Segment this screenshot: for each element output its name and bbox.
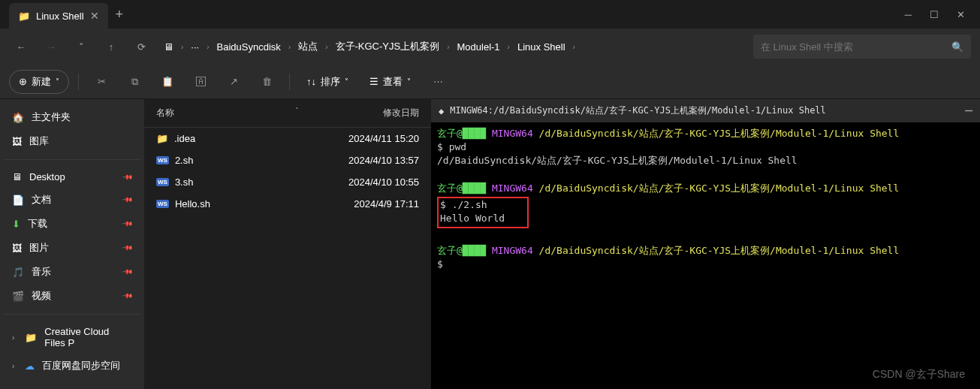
term-host: MINGW64 [492, 182, 533, 194]
titlebar: 📁 Linux Shell ✕ + ─ ☐ ✕ [0, 0, 980, 29]
terminal-title: ◆ MINGW64:/d/BaiduSyncdisk/站点/玄子-KGC-YJS… [431, 99, 980, 122]
share-button[interactable]: ↗ [220, 68, 247, 95]
forward-button[interactable]: → [39, 35, 63, 59]
file-name: .idea [174, 133, 195, 144]
copy-button[interactable]: ⧉ [121, 68, 148, 95]
chevron-right-icon: › [325, 43, 327, 51]
view-icon: ☰ [369, 76, 378, 87]
window-tab[interactable]: 📁 Linux Shell ✕ [9, 3, 108, 29]
file-row[interactable]: WS2.sh 2024/4/10 13:57 [144, 149, 431, 171]
file-name: 3.sh [175, 176, 194, 188]
file-header: 名称 ˄ 修改日期 [144, 99, 431, 128]
sidebar-item-downloads[interactable]: ⬇ 下载 [3, 212, 141, 236]
chevron-down-icon: ˅ [345, 77, 348, 86]
term-host: MINGW64 [492, 245, 533, 256]
sidebar-item-label: 视频 [32, 289, 51, 303]
rename-button[interactable]: 🄰 [187, 68, 214, 95]
file-row[interactable]: WSHello.sh 2024/4/9 17:11 [144, 193, 431, 215]
sidebar-item-videos[interactable]: 🎬 视频 [3, 284, 141, 308]
main: 🏠 主文件夹 🖼 图库 🖥 Desktop 📄 文档 ⬇ 下载 🖼 图片 🎵 音… [0, 99, 980, 389]
crumb-item[interactable]: 站点 [294, 37, 322, 56]
window-controls: ─ ☐ ✕ [905, 9, 974, 20]
sidebar-item-label: 百度网盘同步空间 [42, 359, 120, 372]
ws-icon: WS [156, 178, 169, 186]
sidebar-item-home[interactable]: 🏠 主文件夹 [3, 105, 141, 129]
sidebar-item-label: 主文件夹 [32, 110, 71, 124]
paste-button[interactable]: 📋 [154, 68, 181, 95]
folder-icon: 📁 [18, 11, 30, 22]
chevron-right-icon: › [508, 43, 510, 51]
crumb-ellipsis[interactable]: ··· [186, 38, 204, 56]
column-name[interactable]: 名称 [156, 107, 295, 119]
up-dir-button[interactable]: ↑ [99, 35, 123, 59]
sidebar-item-creative[interactable]: › 📁 Creative Cloud Files P [3, 321, 141, 354]
sidebar-item-label: 图片 [29, 241, 49, 255]
new-button[interactable]: ⊕ 新建 ˅ [9, 70, 69, 94]
pictures-icon: 🖼 [12, 243, 22, 254]
toolbar: ← → ˅ ↑ ⟳ 🖥 › ··· › BaiduSyncdisk › 站点 ›… [0, 29, 980, 65]
view-button[interactable]: ☰ 查看 ˅ [362, 71, 418, 93]
sort-label: 排序 [321, 75, 340, 89]
term-path: /d/BaiduSyncdisk/站点/玄子-KGC-YJS上机案例/Modul… [539, 182, 900, 194]
sidebar-item-label: Creative Cloud Files P [44, 326, 132, 348]
sidebar-item-label: 音乐 [32, 265, 51, 279]
chevron-right-icon: › [573, 43, 575, 51]
highlighted-output: $ ./2.sh Hello World [437, 197, 529, 228]
chevron-right-icon: › [207, 43, 209, 51]
delete-button[interactable]: 🗑 [253, 68, 280, 95]
breadcrumb: 🖥 › ··· › BaiduSyncdisk › 站点 › 玄子-KGC-YJ… [159, 37, 575, 56]
term-user: 玄子@ [437, 182, 463, 194]
sidebar-item-desktop[interactable]: 🖥 Desktop [3, 166, 141, 188]
sidebar-item-label: 下载 [28, 217, 47, 231]
search-box[interactable]: 🔍 [753, 35, 971, 59]
more-button[interactable]: ⋯ [424, 68, 451, 95]
column-date[interactable]: 修改日期 [329, 107, 419, 119]
term-path: /d/BaiduSyncdisk/站点/玄子-KGC-YJS上机案例/Modul… [539, 245, 900, 256]
sidebar-item-label: 文档 [32, 193, 51, 207]
download-icon: ⬇ [12, 219, 20, 230]
monitor-icon[interactable]: 🖥 [159, 38, 178, 56]
chevron-right-icon: › [181, 43, 183, 51]
crumb-item[interactable]: 玄子-KGC-YJS上机案例 [331, 37, 445, 56]
search-icon[interactable]: 🔍 [951, 41, 963, 53]
chevron-right-icon: › [12, 362, 14, 370]
file-row[interactable]: WS3.sh 2024/4/10 10:55 [144, 171, 431, 193]
sidebar: 🏠 主文件夹 🖼 图库 🖥 Desktop 📄 文档 ⬇ 下载 🖼 图片 🎵 音… [0, 99, 144, 389]
music-icon: 🎵 [12, 267, 24, 278]
minimize-button[interactable]: ─ [905, 9, 912, 20]
view-label: 查看 [383, 75, 403, 89]
crumb-item[interactable]: Modulel-1 [453, 38, 505, 56]
sidebar-item-music[interactable]: 🎵 音乐 [3, 260, 141, 284]
crumb-item[interactable]: Linux Shell [513, 38, 570, 56]
add-tab-button[interactable]: + [116, 7, 124, 23]
cut-button[interactable]: ✂ [88, 68, 115, 95]
sidebar-item-label: Desktop [29, 171, 65, 182]
up-button[interactable]: ˅ [69, 35, 93, 59]
term-user: 玄子@ [437, 245, 463, 256]
file-date: 2024/4/10 10:55 [329, 176, 419, 188]
sort-button[interactable]: ↑↓ 排序 ˅ [299, 71, 356, 93]
maximize-button[interactable]: ☐ [930, 9, 939, 20]
term-cmd: $ ./2.sh [440, 199, 487, 210]
mingw-icon: ◆ [439, 106, 444, 116]
chevron-down-icon: ˅ [407, 77, 411, 86]
folder-icon: 📁 [156, 133, 168, 144]
close-button[interactable]: ✕ [957, 9, 965, 20]
close-icon[interactable]: ✕ [90, 10, 99, 22]
back-button[interactable]: ← [9, 35, 33, 59]
term-out: Hello World [440, 213, 505, 224]
ws-icon: WS [156, 200, 169, 208]
file-row[interactable]: 📁.idea 2024/4/11 15:20 [144, 128, 431, 149]
refresh-button[interactable]: ⟳ [129, 35, 153, 59]
file-name: Hello.sh [175, 198, 210, 210]
minimize-icon[interactable]: ─ [965, 104, 972, 118]
crumb-item[interactable]: BaiduSyncdisk [213, 38, 285, 56]
sidebar-item-baidu[interactable]: › ☁ 百度网盘同步空间 [3, 354, 141, 378]
sort-icon: ↑↓ [306, 76, 316, 87]
search-input[interactable] [761, 41, 951, 53]
sidebar-item-documents[interactable]: 📄 文档 [3, 188, 141, 212]
terminal[interactable]: ◆ MINGW64:/d/BaiduSyncdisk/站点/玄子-KGC-YJS… [431, 99, 980, 389]
new-label: 新建 [32, 75, 51, 89]
sidebar-item-gallery[interactable]: 🖼 图库 [3, 129, 141, 153]
sidebar-item-pictures[interactable]: 🖼 图片 [3, 236, 141, 260]
